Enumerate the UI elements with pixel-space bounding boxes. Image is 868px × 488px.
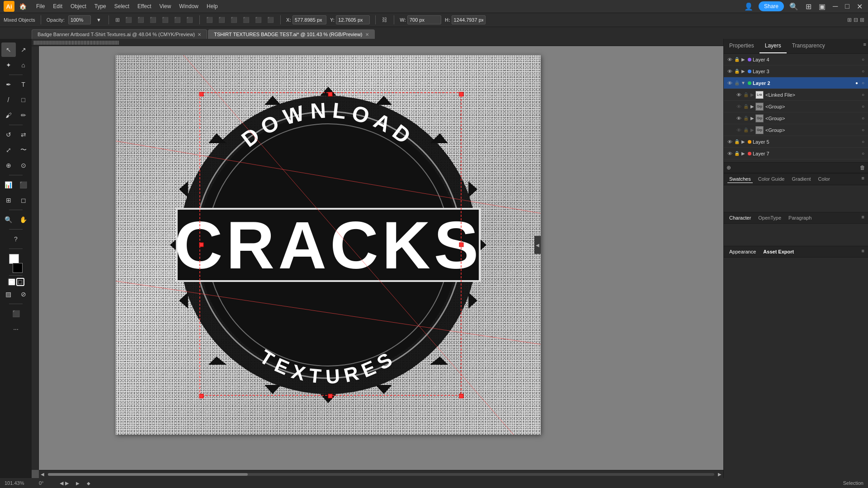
- data-tool[interactable]: ⬛: [16, 178, 31, 192]
- foreground-color[interactable]: [9, 254, 19, 264]
- width-tool[interactable]: ⊕: [1, 158, 16, 173]
- layer-7-vis[interactable]: 👁: [726, 151, 734, 156]
- align-center-h-icon[interactable]: ⬛: [137, 16, 145, 24]
- workspace-icon[interactable]: ⊞: [804, 1, 813, 12]
- share-button[interactable]: Share: [759, 1, 784, 11]
- reflect-tool[interactable]: ⇄: [16, 127, 31, 142]
- eraser-tool[interactable]: ◻: [16, 193, 31, 207]
- h-input[interactable]: [452, 15, 486, 24]
- line-tool[interactable]: /: [1, 93, 16, 107]
- tab-1[interactable]: TSHIRT TEXTURES BADGE TEST.ai* @ 101.43 …: [208, 29, 374, 39]
- search-icon[interactable]: 🔍: [788, 1, 800, 12]
- canvas-area[interactable]: ||||||||||||||||||||||||||||||||||||||||…: [32, 39, 723, 478]
- character-menu-icon[interactable]: ≡: [862, 214, 864, 221]
- artboards-tool[interactable]: ⬛: [9, 306, 23, 321]
- group1-lock[interactable]: 🔒: [743, 104, 749, 109]
- zoom-tool[interactable]: 🔍: [1, 212, 16, 227]
- layer-2-expand[interactable]: ▼: [740, 80, 746, 85]
- gradient-box[interactable]: ▨: [1, 287, 16, 301]
- menu-view[interactable]: View: [156, 1, 175, 11]
- layer-4-lock[interactable]: 🔒: [734, 57, 740, 62]
- layer-2-target-right[interactable]: ○: [860, 80, 866, 85]
- layer-item-2[interactable]: 👁 🔒 ▼ Layer 2 ● ○: [724, 77, 868, 89]
- group3-vis-right[interactable]: ○: [860, 127, 866, 132]
- warp-tool[interactable]: 〜: [16, 143, 31, 157]
- layer-item-7[interactable]: 👁 🔒 ▶ Layer 7 ○: [724, 148, 868, 160]
- fill-box[interactable]: □: [8, 278, 16, 286]
- group1-vis[interactable]: 👁: [735, 104, 743, 109]
- arrange-icon[interactable]: ▣: [817, 1, 827, 12]
- paintbrush-tool[interactable]: 🖌: [1, 108, 16, 122]
- more-tools[interactable]: ···: [9, 322, 23, 336]
- puppet-warp-tool[interactable]: ⊙: [16, 158, 31, 173]
- slice-tool[interactable]: ⊞: [1, 193, 16, 207]
- align-left-icon[interactable]: ⬛: [124, 16, 133, 24]
- opacity-input[interactable]: [68, 15, 91, 24]
- hand-tool[interactable]: ✋: [16, 212, 31, 227]
- align-middle-icon[interactable]: ⬛: [173, 16, 182, 24]
- arrange-panels-icon[interactable]: ⊞: [847, 17, 852, 23]
- tab-paragraph[interactable]: Paragraph: [787, 214, 813, 221]
- background-color[interactable]: [13, 263, 23, 273]
- group3-vis[interactable]: 👁: [735, 127, 743, 133]
- menu-effect[interactable]: Effect: [134, 1, 155, 11]
- chain-icon[interactable]: ⛓: [381, 16, 388, 24]
- layer-item-3[interactable]: 👁 🔒 ▶ Layer 3 ○: [724, 66, 868, 77]
- layer-5-expand[interactable]: ▶: [740, 139, 746, 144]
- menu-object[interactable]: Object: [67, 1, 90, 11]
- group2-vis-right[interactable]: ○: [860, 116, 866, 121]
- panel-collapse-handle[interactable]: ◀: [534, 236, 541, 254]
- scale-tool[interactable]: ⤢: [1, 143, 16, 157]
- new-layer-btn[interactable]: ⊕: [726, 164, 731, 171]
- lasso-tool[interactable]: ⌂: [16, 58, 31, 72]
- question-tool[interactable]: ?: [9, 232, 23, 246]
- swatches-menu-icon[interactable]: ≡: [862, 175, 864, 183]
- scroll-right-btn[interactable]: ▶: [718, 472, 722, 477]
- distribute-center-v-icon[interactable]: ⬛: [242, 16, 250, 24]
- layer-5-vis[interactable]: 👁: [726, 139, 734, 145]
- dock-icon[interactable]: ⊟: [854, 17, 858, 23]
- scroll-thumb-h[interactable]: [48, 473, 248, 476]
- minimize-icon[interactable]: ─: [831, 1, 840, 11]
- group2-vis[interactable]: 👁: [735, 116, 743, 121]
- appearance-menu-icon[interactable]: ≡: [862, 248, 864, 255]
- layer-item-5[interactable]: 👁 🔒 ▶ Layer 5 ○: [724, 136, 868, 148]
- linked-file-lock[interactable]: 🔒: [743, 92, 749, 97]
- linked-file-vis-right[interactable]: ○: [860, 92, 866, 97]
- group1-vis-right[interactable]: ○: [860, 104, 866, 109]
- layer-7-expand[interactable]: ▶: [740, 151, 746, 156]
- align-right-icon[interactable]: ⬛: [149, 16, 157, 24]
- tab-properties[interactable]: Properties: [724, 39, 760, 53]
- tab-asset-export[interactable]: Asset Export: [761, 248, 796, 255]
- layer-4-expand[interactable]: ▶: [740, 57, 746, 62]
- tab-1-close[interactable]: ✕: [365, 32, 369, 37]
- tab-transparency[interactable]: Transparency: [787, 39, 830, 53]
- group1-expand[interactable]: ▶: [749, 104, 755, 109]
- nav-prev-btn[interactable]: ◀: [60, 480, 63, 486]
- menu-edit[interactable]: Edit: [49, 1, 66, 11]
- type-tool[interactable]: T: [16, 77, 31, 92]
- linked-file-expand[interactable]: ▶: [749, 92, 755, 97]
- distribute-space-h-icon[interactable]: ⬛: [254, 16, 263, 24]
- grid-icon[interactable]: ⊞: [114, 16, 121, 24]
- layer-7-vis-right[interactable]: ○: [860, 151, 866, 156]
- w-input[interactable]: [407, 15, 441, 24]
- opacity-dropdown[interactable]: ▼: [94, 16, 103, 23]
- layer-4-vis-right[interactable]: ○: [860, 57, 866, 62]
- delete-layer-btn[interactable]: 🗑: [860, 164, 865, 171]
- magic-wand-tool[interactable]: ✦: [1, 58, 16, 72]
- artboard[interactable]: CRACKS DOWNLOAD TEXTURES: [116, 55, 541, 435]
- layer-item-4[interactable]: 👁 🔒 ▶ Layer 4 ○: [724, 54, 868, 66]
- none-box[interactable]: ⊘: [16, 287, 31, 301]
- layer-5-lock[interactable]: 🔒: [734, 139, 740, 144]
- distribute-space-v-icon[interactable]: ⬛: [266, 16, 275, 24]
- direct-select-tool[interactable]: ↗: [16, 42, 31, 57]
- layer-item-group-1[interactable]: 👁 🔒 ▶ Grp <Group> ○: [724, 101, 868, 113]
- group2-expand[interactable]: ▶: [749, 116, 755, 121]
- distribute-h-icon[interactable]: ⬛: [205, 16, 214, 24]
- layer-item-group-2[interactable]: 👁 🔒 ▶ Grp <Group> ○: [724, 113, 868, 124]
- stroke-box[interactable]: □: [16, 278, 24, 286]
- graph-tool[interactable]: 📊: [1, 178, 16, 192]
- tab-opentype[interactable]: OpenType: [756, 214, 783, 221]
- layer-5-vis-right[interactable]: ○: [860, 139, 866, 144]
